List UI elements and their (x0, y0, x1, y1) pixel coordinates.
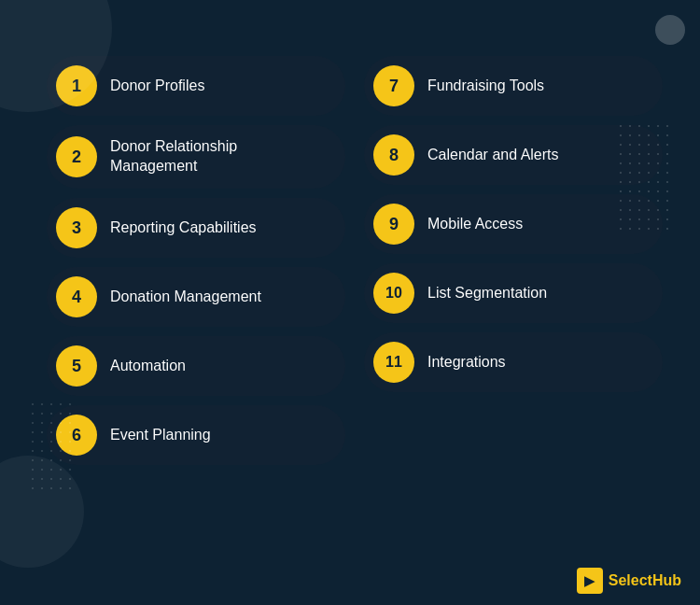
features-right-column: 7Fundraising Tools8Calendar and Alerts9M… (364, 56, 663, 465)
bg-dots-right (616, 121, 672, 233)
feature-label-5: Automation (110, 357, 186, 376)
feature-badge-5: 5 (56, 345, 97, 387)
feature-label-6: Event Planning (110, 426, 211, 445)
logo-text-prefix: Select (609, 572, 652, 588)
feature-badge-8: 8 (373, 134, 414, 176)
feature-label-8: Calendar and Alerts (427, 146, 559, 165)
bg-dots-left (28, 400, 75, 493)
feature-badge-9: 9 (373, 204, 414, 245)
feature-badge-2: 2 (56, 136, 97, 177)
footer-logo: ▶ SelectHub (577, 568, 681, 594)
feature-item-5: 5Automation (47, 336, 345, 396)
feature-badge-10: 10 (373, 273, 414, 314)
feature-badge-11: 11 (373, 342, 414, 383)
feature-item-4: 4Donation Management (47, 267, 345, 327)
feature-label-3: Reporting Capabilities (110, 218, 257, 238)
logo-text-highlight: Hub (652, 572, 681, 588)
feature-label-4: Donation Management (110, 288, 261, 307)
feature-item-6: 6Event Planning (47, 405, 345, 465)
feature-label-10: List Segmentation (427, 284, 547, 303)
feature-label-9: Mobile Access (427, 215, 523, 234)
feature-label-2: Donor Relationship Management (110, 137, 237, 176)
feature-item-3: 3Reporting Capabilities (47, 198, 345, 258)
feature-item-11: 11Integrations (364, 332, 663, 392)
share-button[interactable] (655, 15, 685, 45)
feature-badge-3: 3 (56, 207, 97, 248)
feature-item-7: 7Fundraising Tools (364, 56, 663, 116)
features-left-column: 1Donor Profiles2Donor Relationship Manag… (47, 56, 345, 465)
feature-badge-7: 7 (373, 65, 414, 106)
logo-text: SelectHub (609, 572, 681, 589)
features-container: 1Donor Profiles2Donor Relationship Manag… (0, 47, 700, 474)
feature-label-7: Fundraising Tools (427, 77, 544, 96)
feature-label-1: Donor Profiles (110, 77, 204, 96)
feature-item-10: 10List Segmentation (364, 263, 663, 323)
feature-item-2: 2Donor Relationship Management (47, 125, 345, 189)
feature-label-11: Integrations (427, 353, 506, 373)
logo-icon: ▶ (577, 568, 603, 594)
feature-badge-4: 4 (56, 276, 97, 317)
